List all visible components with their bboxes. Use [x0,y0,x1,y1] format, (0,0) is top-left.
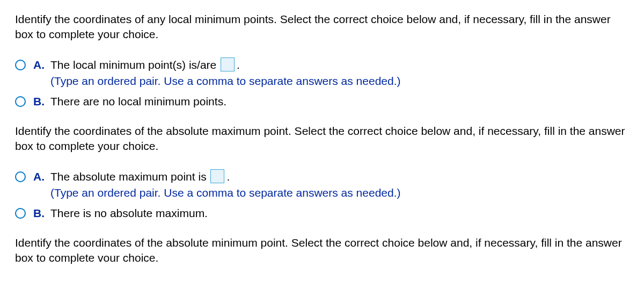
q2-text-b: There is no absolute maximum. [50,207,208,219]
q2-letter-a: A. [33,169,49,184]
q1-text-b: There are no local minimum points. [50,95,226,107]
q2-radio-b[interactable] [15,208,26,219]
q2-body-a: The absolute maximum point is . (Type an… [50,169,629,201]
q1-prompt: Identify the coordinates of any local mi… [15,12,629,42]
q1-letter-a: A. [33,57,49,73]
q1-body-b: There are no local minimum points. [50,94,629,109]
q2-choice-b-row: B. There is no absolute maximum. [15,206,629,221]
q2-letter-b: B. [33,206,49,221]
q2-prompt: Identify the coordinates of the absolute… [15,124,629,154]
q2-text-a-before: The absolute maximum point is [50,170,209,183]
q1-choice-b-row: B. There are no local minimum points. [15,94,629,109]
q2-period-a: . [226,170,230,183]
q2-text-a: The absolute maximum point is . [50,170,230,183]
q2-body-b: There is no absolute maximum. [50,206,629,221]
q1-radio-b[interactable] [15,96,26,107]
q1-choices: A. The local minimum point(s) is/are . (… [15,57,629,110]
q2-hint-a: (Type an ordered pair. Use a comma to se… [50,185,629,200]
q2-radio-a[interactable] [15,171,26,182]
q1-text-a-before: The local minimum point(s) is/are [50,59,219,71]
q1-text-a: The local minimum point(s) is/are . [50,59,240,71]
q1-period-a: . [237,59,240,71]
q2-answer-box[interactable] [210,169,224,183]
q1-letter-b: B. [33,94,49,109]
q1-hint-a: (Type an ordered pair. Use a comma to se… [50,74,629,89]
q1-choice-a-row: A. The local minimum point(s) is/are . (… [15,57,629,89]
q3-prompt: Identify the coordinates of the absolute… [15,235,629,266]
q1-answer-box[interactable] [221,57,235,71]
q1-radio-a[interactable] [15,60,26,70]
q2-choices: A. The absolute maximum point is . (Type… [15,169,629,221]
q1-body-a: The local minimum point(s) is/are . (Typ… [50,57,629,89]
q2-choice-a-row: A. The absolute maximum point is . (Type… [15,169,629,201]
